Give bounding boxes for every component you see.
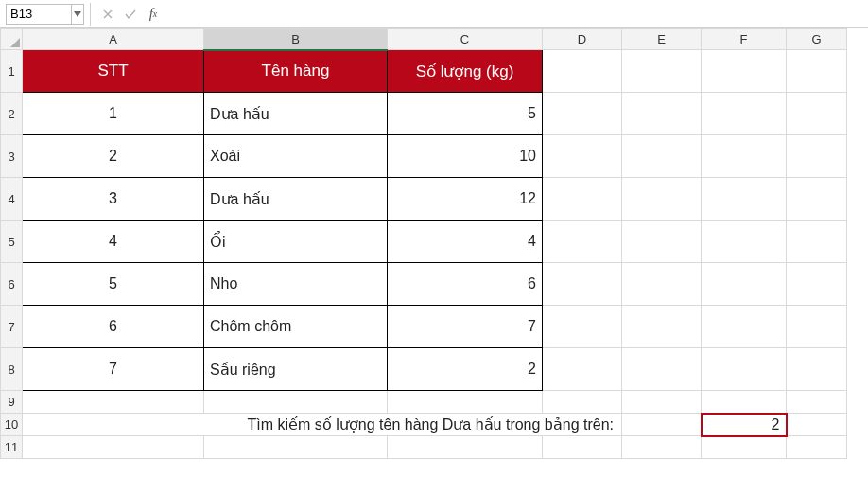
cell[interactable] xyxy=(787,50,847,93)
cell[interactable] xyxy=(388,391,543,414)
row-header-1[interactable]: 1 xyxy=(1,50,23,93)
cancel-icon[interactable] xyxy=(96,4,119,25)
cell[interactable] xyxy=(702,50,787,93)
row-header-7[interactable]: 7 xyxy=(1,306,23,348)
cell[interactable] xyxy=(622,135,702,178)
cell[interactable] xyxy=(543,93,622,135)
table-cell-name[interactable]: Ổi xyxy=(204,221,388,263)
cell[interactable] xyxy=(622,50,702,93)
cell[interactable] xyxy=(543,436,622,459)
table-cell-qty[interactable]: 6 xyxy=(388,263,543,306)
cell[interactable] xyxy=(787,391,847,414)
cell[interactable] xyxy=(787,135,847,178)
col-header-F[interactable]: F xyxy=(702,29,787,50)
cell[interactable] xyxy=(787,263,847,306)
name-box-dropdown[interactable] xyxy=(72,4,84,25)
cell[interactable] xyxy=(702,306,787,348)
cell[interactable] xyxy=(204,436,388,459)
cell[interactable] xyxy=(702,263,787,306)
cell[interactable] xyxy=(543,221,622,263)
col-header-A[interactable]: A xyxy=(23,29,204,50)
cell[interactable] xyxy=(622,414,702,436)
table-cell-name[interactable]: Dưa hấu xyxy=(204,178,388,221)
col-header-C[interactable]: C xyxy=(388,29,543,50)
cell[interactable] xyxy=(622,221,702,263)
table-header-stt[interactable]: STT xyxy=(23,50,204,93)
enter-icon[interactable] xyxy=(119,4,142,25)
col-header-G[interactable]: G xyxy=(787,29,847,50)
row-header-5[interactable]: 5 xyxy=(1,221,23,263)
cell[interactable] xyxy=(543,178,622,221)
cell[interactable] xyxy=(787,414,847,436)
table-cell-qty[interactable]: 4 xyxy=(388,221,543,263)
cell[interactable] xyxy=(702,436,787,459)
formula-input[interactable] xyxy=(165,4,868,25)
cell[interactable] xyxy=(787,436,847,459)
row-header-6[interactable]: 6 xyxy=(1,263,23,306)
table-cell-stt[interactable]: 6 xyxy=(23,306,204,348)
cell[interactable] xyxy=(622,93,702,135)
table-cell-name[interactable]: Nho xyxy=(204,263,388,306)
row-header-11[interactable]: 11 xyxy=(1,436,23,459)
name-box[interactable] xyxy=(6,4,72,25)
table-cell-stt[interactable]: 1 xyxy=(23,93,204,135)
table-cell-qty[interactable]: 10 xyxy=(388,135,543,178)
table-cell-stt[interactable]: 3 xyxy=(23,178,204,221)
search-result[interactable]: 2 xyxy=(702,414,787,436)
cell[interactable] xyxy=(702,178,787,221)
table-cell-stt[interactable]: 5 xyxy=(23,263,204,306)
table-cell-name[interactable]: Chôm chôm xyxy=(204,306,388,348)
cell[interactable] xyxy=(787,306,847,348)
cell[interactable] xyxy=(543,50,622,93)
cell[interactable] xyxy=(622,348,702,391)
cell[interactable] xyxy=(204,391,388,414)
cell[interactable] xyxy=(702,93,787,135)
cell[interactable] xyxy=(23,391,204,414)
cell[interactable] xyxy=(543,135,622,178)
row-header-4[interactable]: 4 xyxy=(1,178,23,221)
table-header-name[interactable]: Tên hàng xyxy=(204,50,388,93)
fx-icon[interactable]: fx xyxy=(142,4,165,25)
cell[interactable] xyxy=(622,391,702,414)
cell[interactable] xyxy=(787,221,847,263)
cell[interactable] xyxy=(622,263,702,306)
table-cell-name[interactable]: Sầu riêng xyxy=(204,348,388,391)
table-cell-qty[interactable]: 5 xyxy=(388,93,543,135)
row-header-9[interactable]: 9 xyxy=(1,391,23,414)
cell[interactable] xyxy=(702,391,787,414)
table-cell-qty[interactable]: 7 xyxy=(388,306,543,348)
select-all-corner[interactable] xyxy=(1,29,23,50)
cell[interactable] xyxy=(543,391,622,414)
cell[interactable] xyxy=(787,178,847,221)
table-cell-qty[interactable]: 12 xyxy=(388,178,543,221)
cell[interactable] xyxy=(787,93,847,135)
table-cell-name[interactable]: Xoài xyxy=(204,135,388,178)
cell[interactable] xyxy=(622,306,702,348)
col-header-E[interactable]: E xyxy=(622,29,702,50)
cell[interactable] xyxy=(702,348,787,391)
cell[interactable] xyxy=(23,436,204,459)
table-cell-stt[interactable]: 4 xyxy=(23,221,204,263)
cell[interactable] xyxy=(702,221,787,263)
table-cell-qty[interactable]: 2 xyxy=(388,348,543,391)
table-cell-stt[interactable]: 2 xyxy=(23,135,204,178)
table-header-qty[interactable]: Số lượng (kg) xyxy=(388,50,543,93)
row-header-3[interactable]: 3 xyxy=(1,135,23,178)
cell[interactable] xyxy=(543,263,622,306)
cell[interactable] xyxy=(388,436,543,459)
row-header-10[interactable]: 10 xyxy=(1,414,23,436)
table-cell-stt[interactable]: 7 xyxy=(23,348,204,391)
cell[interactable] xyxy=(787,348,847,391)
spreadsheet-grid[interactable]: A B C D E F G 1 STT Tên hàng Số lượng (k… xyxy=(0,28,868,459)
row-header-2[interactable]: 2 xyxy=(1,93,23,135)
cell[interactable] xyxy=(543,348,622,391)
table-cell-name[interactable]: Dưa hấu xyxy=(204,93,388,135)
cell[interactable] xyxy=(702,135,787,178)
search-label[interactable]: Tìm kiếm số lượng tên hàng Dưa hấu trong… xyxy=(23,414,622,436)
col-header-D[interactable]: D xyxy=(543,29,622,50)
cell[interactable] xyxy=(622,178,702,221)
cell[interactable] xyxy=(543,306,622,348)
row-header-8[interactable]: 8 xyxy=(1,348,23,391)
col-header-B[interactable]: B xyxy=(204,29,388,50)
cell[interactable] xyxy=(622,436,702,459)
